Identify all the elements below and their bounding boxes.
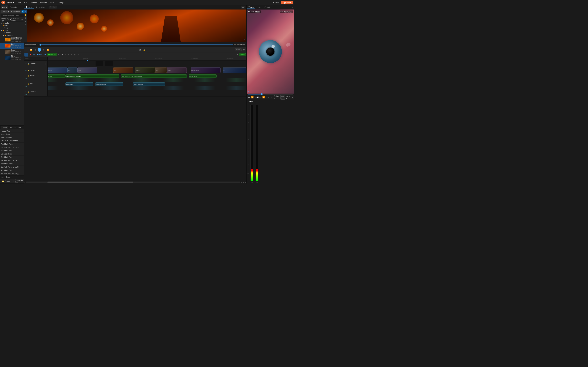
templates-button[interactable]: ⊞ Templates xyxy=(10,10,21,13)
viewer-rewind-button[interactable]: ⏮ xyxy=(248,96,250,99)
track-expand-music[interactable]: ⊿ xyxy=(25,75,27,77)
track-lock-v1[interactable]: 🔓 xyxy=(27,69,30,71)
folder-elements[interactable]: ▶ Elements xyxy=(0,32,24,34)
tab-layer[interactable]: Layer xyxy=(256,6,263,9)
track-vis-toggle-v2[interactable]: 👁 xyxy=(25,63,27,65)
tab-export[interactable]: Export xyxy=(263,6,271,9)
edit-overlay-icon[interactable]: ✏ xyxy=(244,39,245,41)
viewer-zoom-icon[interactable]: ⊕ xyxy=(291,96,294,99)
clip-music-3[interactable]: IMG_0403.mov xyxy=(189,74,217,78)
step-back-button[interactable]: ⏪ xyxy=(29,48,33,51)
folder-sfx[interactable]: ▶ SFX xyxy=(0,27,24,29)
menu-file[interactable]: File xyxy=(17,1,22,4)
mark-out-button[interactable]: ▷ xyxy=(42,48,45,51)
clip-music-0[interactable]: o...ade xyxy=(48,74,65,78)
out-mark-icon[interactable]: ▷ xyxy=(74,53,77,56)
clip-video-1-5[interactable]: M... xyxy=(155,67,167,73)
tab-trimmer[interactable]: Trimmer xyxy=(25,6,34,9)
tab-text[interactable]: Text xyxy=(17,126,23,129)
track-content-audio-3[interactable] xyxy=(48,90,246,96)
tab-media[interactable]: Media xyxy=(1,6,8,9)
upgrade-button[interactable]: Upgrade xyxy=(281,1,293,4)
track-lock-sfx[interactable]: 🔓 xyxy=(27,83,30,85)
track-mute-v2[interactable]: ◫ xyxy=(44,63,46,65)
effect-add-mask-1[interactable]: Add Mask Point xyxy=(0,142,24,146)
export-button[interactable]: Export xyxy=(239,53,246,56)
track-content-sfx[interactable]: car-d...t.mp3 beach...st.mp3...ade tel-a… xyxy=(48,82,246,90)
crop-tool[interactable]: ⌐ xyxy=(24,20,27,23)
effect-set-mask-point[interactable]: Set Mask Point xyxy=(0,152,24,156)
folder-video[interactable]: ▼ ▶ Video xyxy=(0,29,24,32)
effect-set-path-handle-1[interactable]: Set Path Point Handle(s) xyxy=(0,146,24,149)
search-input[interactable] xyxy=(1,14,24,17)
clip-transition-2[interactable] xyxy=(105,61,113,66)
effect-set-path-handle-4[interactable]: Set Path Point Handle(s) xyxy=(0,172,24,175)
clip-music-2[interactable]: flight-of-the-inner-bird---out-of-flux-r… xyxy=(121,74,187,78)
effect-set-path-handle-3[interactable]: Set Path Point Handle(s) xyxy=(0,166,24,169)
step-forward-button[interactable]: ⏩ xyxy=(46,48,50,51)
scroll-left-icon[interactable]: ◂ xyxy=(25,181,25,183)
viewer-quality-select[interactable]: Full ▾ xyxy=(280,95,285,100)
new-clip-button[interactable]: ● New Clip xyxy=(47,53,57,56)
import-button[interactable]: ↓ Import ▾ xyxy=(1,10,9,13)
menu-help[interactable]: Help xyxy=(58,1,65,4)
hand-tool[interactable]: ✋ xyxy=(24,13,27,17)
effect-add-mask-4[interactable]: Add Mask Point xyxy=(0,162,24,166)
composite-shot-button[interactable]: ⊞ Composite Shot xyxy=(12,179,24,184)
effect-insert-effects[interactable]: Insert Effect(s) xyxy=(0,136,24,139)
scrollbar-track[interactable] xyxy=(26,182,240,183)
clip-video-1-2[interactable]: W...2 xyxy=(78,67,97,73)
menu-edit[interactable]: Edit xyxy=(23,1,29,4)
menu-export[interactable]: Export xyxy=(49,1,57,4)
tab-viewer[interactable]: Viewer xyxy=(247,6,255,9)
prev-mark-icon[interactable]: ◀ xyxy=(61,53,63,56)
text-tool[interactable]: A xyxy=(24,17,27,20)
track-mute-v1[interactable]: ◫ xyxy=(44,69,46,71)
effect-set-path-handle-2[interactable]: Set Path Point Handle(s) xyxy=(0,159,24,162)
sort-icon[interactable]: ↕ xyxy=(22,19,23,20)
clip-sfx-2[interactable]: tel-aviv-a...list.mp3 xyxy=(133,83,165,86)
tracks-menu-icon[interactable]: ≡ xyxy=(47,58,47,60)
editor-select-tool[interactable]: ↖ xyxy=(25,53,28,57)
crop-ctrl-icon[interactable]: ⊞ xyxy=(138,48,141,51)
editor-record-tool[interactable]: ⏺ xyxy=(29,53,32,57)
media-item-bonfire[interactable]: Bonfire 1920 × 1080 pixels 00:00:05:00 @… xyxy=(0,43,24,49)
mark-icon[interactable]: ◇ xyxy=(70,53,73,56)
tab-history[interactable]: History xyxy=(9,126,17,129)
clip-video-1-7[interactable]: IMG_0403.mov xyxy=(191,67,221,73)
clip-sfx-1[interactable]: beach...st.mp3...ade xyxy=(95,83,123,86)
scroll-right-icon[interactable]: ▸ xyxy=(241,181,242,183)
trimmer-minimize-icon[interactable]: — xyxy=(241,6,245,8)
clip-music-1[interactable]: flight-of-the-i...lux Artlist.mp3 xyxy=(65,74,119,78)
clip-sfx-0[interactable]: car-d...t.mp3 xyxy=(65,83,93,86)
clip-icon-1[interactable]: ⊿ xyxy=(77,53,80,56)
folder-button[interactable]: 📁 Folder xyxy=(1,180,11,183)
rewind-start-button[interactable]: ⏮ xyxy=(25,48,28,51)
trimmer-quality-select[interactable]: 67.6% xyxy=(235,48,242,51)
folder-music[interactable]: ▶ Music xyxy=(0,24,24,27)
undo-button[interactable]: Undo xyxy=(1,176,5,178)
media-item-couple[interactable]: Couple 1920 × 1080 pixels 00:00:05:00 @ … xyxy=(0,49,24,55)
viewer-step-forward-button[interactable]: ⏩ xyxy=(262,96,265,99)
track-content-video-2[interactable] xyxy=(48,61,246,67)
clip-video-1-1[interactable]: Eye xyxy=(68,67,78,73)
viewer-mark-in-button[interactable]: ◁ xyxy=(255,96,257,99)
effect-add-mask-2[interactable]: Add Mask Point xyxy=(0,149,24,152)
viewer-zoom-fit-icon[interactable]: ⊡ xyxy=(270,96,273,99)
trim-progress-bar[interactable] xyxy=(40,44,233,45)
learn-button[interactable]: Learn xyxy=(273,1,280,4)
clip-icon-2[interactable]: ⊿ xyxy=(80,53,83,56)
pen-tool[interactable]: ✏ xyxy=(24,23,27,26)
folder-audio[interactable]: ▼ ▶ Audio xyxy=(0,22,24,24)
viewer-zoom-percent[interactable]: 75.5% ▾ xyxy=(286,95,291,100)
media-item-beach[interactable]: Beach Friends 1920 × 1080 pixels 00:00:0… xyxy=(0,37,24,43)
viewer-step-back-button[interactable]: ⏪ xyxy=(251,96,254,99)
effect-add-mask-5[interactable]: Add Mask Point xyxy=(0,169,24,172)
tab-controls[interactable]: Controls xyxy=(9,6,18,9)
clip-video-1-4[interactable]: Skatir... xyxy=(135,67,155,73)
track-lock-v2[interactable]: 🔓 xyxy=(27,63,30,65)
track-vis-toggle-v1[interactable]: 👁 xyxy=(25,69,27,71)
track-content-video-1[interactable]: om...ing Eye W...2 R...2 Skatir... M... … xyxy=(48,67,246,74)
clip-video-1-6[interactable]: Couple xyxy=(167,67,187,73)
track-expand-a3[interactable]: ⏸ xyxy=(25,91,27,93)
